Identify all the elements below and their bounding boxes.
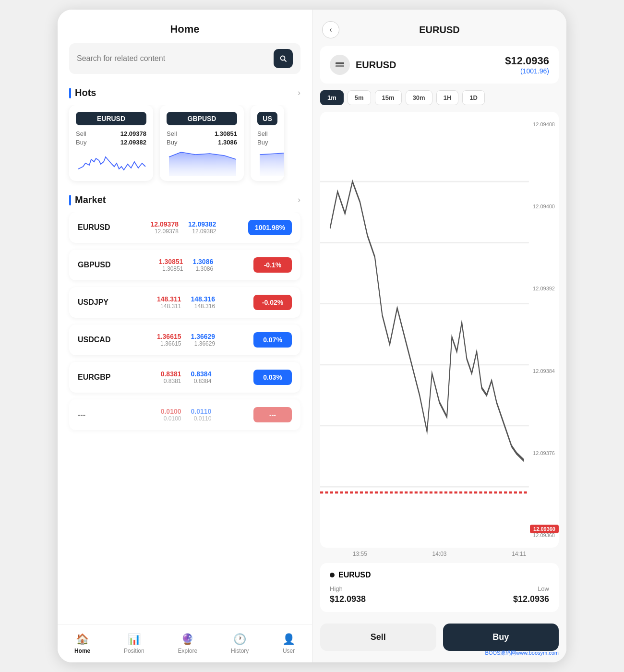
gbpusd-mini-chart	[167, 150, 239, 176]
home-title: Home	[58, 10, 312, 43]
tf-1d[interactable]: 1D	[462, 90, 485, 105]
search-bar	[69, 43, 300, 74]
right-header: ‹ EURUSD	[312, 10, 566, 46]
hots-cards-container: EURUSD Sell 12.09378 Buy 12.09382	[58, 105, 312, 191]
eurusd-mini-chart	[76, 150, 148, 176]
svg-rect-4	[336, 62, 344, 64]
market-item-usdjpy[interactable]: USDJPY 148.311 148.311 148.316 148.316 -…	[69, 287, 300, 318]
time-label-3: 14:11	[512, 551, 526, 557]
low-value: $12.0936	[513, 594, 549, 604]
chart-price-labels: 12.09408 12.09400 12.09392 12.09384 12.0…	[533, 112, 555, 548]
svg-marker-3	[260, 152, 284, 176]
tf-30m[interactable]: 30m	[406, 90, 432, 105]
symbol-dot	[330, 573, 335, 577]
hots-section-header: Hots ›	[58, 84, 312, 105]
tf-5m[interactable]: 5m	[348, 90, 371, 105]
bottom-nav: 🏠 Home 📊 Position 🔮 Explore 🕐 History 👤 …	[58, 624, 312, 662]
back-button[interactable]: ‹	[322, 21, 339, 38]
market-item-gbpusd[interactable]: GBPUSD 1.30851 1.30851 1.3086 1.3086 -0.…	[69, 250, 300, 280]
market-chevron-icon[interactable]: ›	[298, 195, 300, 205]
partial-mini-chart	[257, 150, 284, 176]
svg-rect-5	[336, 65, 344, 67]
buy-button[interactable]: Buy	[443, 624, 559, 651]
hot-card-eurusd-name: EURUSD	[76, 112, 146, 125]
nav-history[interactable]: 🕐 History	[231, 633, 249, 654]
watermark: BOOS源码网www.boosym.com	[485, 649, 559, 657]
high-label: High	[330, 585, 366, 592]
chart-area: 12.09408 12.09400 12.09392 12.09384 12.0…	[320, 112, 559, 548]
position-nav-icon: 📊	[128, 633, 141, 646]
current-price-label: 12.09360	[530, 525, 559, 533]
eurusd-badge: 1001.98%	[248, 220, 292, 235]
nav-position-label: Position	[124, 648, 144, 654]
nav-explore-label: Explore	[178, 648, 198, 654]
market-item-eurusd[interactable]: EURUSD 12.09378 12.09378 12.09382 12.093…	[69, 212, 300, 243]
user-nav-icon: 👤	[282, 633, 295, 646]
sell-button[interactable]: Sell	[320, 624, 436, 651]
main-chart-svg	[320, 112, 559, 548]
market-item-usdcad[interactable]: USDCAD 1.36615 1.36615 1.36629 1.36629 0…	[69, 324, 300, 355]
hots-title: Hots	[69, 87, 96, 98]
history-nav-icon: 🕐	[233, 633, 246, 646]
symbol-icon	[330, 55, 350, 75]
symbol-change: (1001.96)	[505, 67, 549, 75]
partial-badge: ---	[253, 407, 292, 422]
market-item-eurgbp[interactable]: EURGBP 0.8381 0.8381 0.8384 0.8384 0.03%	[69, 362, 300, 393]
nav-user-label: User	[283, 648, 295, 654]
search-button[interactable]	[274, 49, 293, 68]
high-value: $12.0938	[330, 594, 366, 604]
nav-position[interactable]: 📊 Position	[124, 633, 144, 654]
hot-card-partial-name: US	[257, 112, 277, 125]
right-title: EURUSD	[339, 24, 540, 36]
nav-history-label: History	[231, 648, 249, 654]
tf-15m[interactable]: 15m	[375, 90, 402, 105]
right-panel: ‹ EURUSD EURUSD $12.0936 (1001.96)	[312, 10, 566, 662]
time-label-2: 14:03	[432, 551, 446, 557]
info-symbol-name: EURUSD	[338, 571, 371, 579]
hot-card-gbpusd-name: GBPUSD	[167, 112, 237, 125]
nav-home[interactable]: 🏠 Home	[74, 633, 90, 654]
usdcad-badge: 0.07%	[253, 332, 292, 348]
usdjpy-badge: -0.02%	[253, 295, 292, 310]
low-label: Low	[513, 585, 549, 592]
nav-explore[interactable]: 🔮 Explore	[178, 633, 198, 654]
hot-card-partial[interactable]: US Sell Buy	[251, 105, 284, 181]
timeframe-bar: 1m 5m 15m 30m 1H 1D	[312, 84, 566, 112]
hots-chevron-icon[interactable]: ›	[298, 88, 300, 98]
symbol-price: $12.0936	[505, 55, 549, 67]
chart-time-labels: 13:55 14:03 14:11	[312, 548, 566, 557]
market-section-header: Market ›	[58, 191, 312, 212]
hot-card-gbpusd[interactable]: GBPUSD Sell 1.30851 Buy 1.3086	[160, 105, 244, 181]
time-label-1: 13:55	[353, 551, 367, 557]
market-list: EURUSD 12.09378 12.09378 12.09382 12.093…	[58, 212, 312, 624]
gbpusd-badge: -0.1%	[253, 257, 292, 273]
eurgbp-badge: 0.03%	[253, 370, 292, 385]
nav-user[interactable]: 👤 User	[282, 633, 295, 654]
search-input[interactable]	[77, 54, 274, 63]
hot-card-eurusd[interactable]: EURUSD Sell 12.09378 Buy 12.09382	[69, 105, 153, 181]
home-nav-icon: 🏠	[76, 633, 89, 646]
nav-home-label: Home	[74, 648, 90, 654]
tf-1h[interactable]: 1H	[436, 90, 459, 105]
tf-1m[interactable]: 1m	[320, 90, 344, 105]
symbol-name: EURUSD	[356, 60, 396, 71]
left-panel: Home Hots › EURUSD Sell 12.09378	[58, 10, 312, 662]
market-item-partial[interactable]: --- 0.0100 0.0100 0.0110 0.0110 ---	[69, 399, 300, 430]
symbol-info: EURUSD $12.0936 (1001.96)	[320, 46, 559, 84]
svg-line-1	[285, 60, 287, 62]
info-box: EURUSD High $12.0938 Low $12.0936	[320, 563, 559, 612]
market-title: Market	[69, 194, 106, 205]
explore-nav-icon: 🔮	[181, 633, 194, 646]
